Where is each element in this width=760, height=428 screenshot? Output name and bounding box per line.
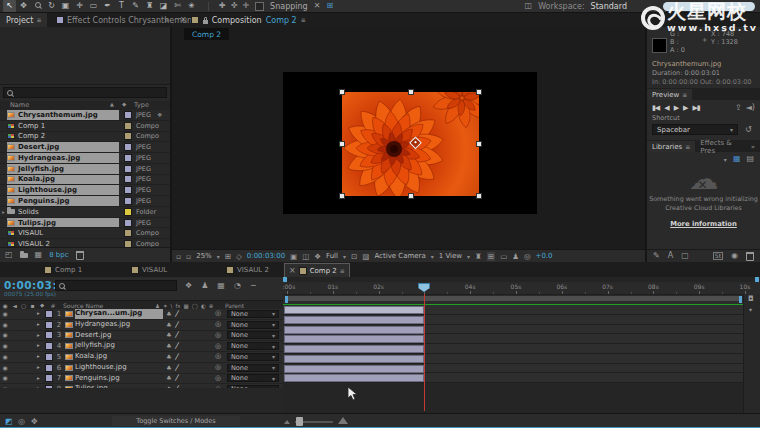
video-column-icon[interactable]: ◉	[0, 303, 10, 309]
shy-row-icon[interactable]: ♣	[163, 322, 175, 328]
pixel-aspect-icon[interactable]: ♜	[475, 252, 482, 261]
quality-icon[interactable]: /	[175, 342, 215, 350]
graph-editor-icon[interactable]: ∼	[250, 281, 257, 290]
chevron-down-icon[interactable]: ▾	[343, 253, 346, 260]
label-color-swatch[interactable]	[124, 154, 132, 162]
expander-icon[interactable]: ▸	[37, 311, 45, 317]
new-composition-icon[interactable]: ▦	[35, 251, 43, 259]
label-color-swatch[interactable]	[45, 321, 53, 329]
last-frame-button[interactable]: ▶▮	[692, 104, 699, 112]
character-style-icon[interactable]: A	[668, 252, 673, 260]
project-item-name-cell[interactable]: Chrysanthemum.jpg	[7, 110, 119, 120]
flowchart-icon[interactable]: ♟	[512, 252, 519, 261]
layer-duration-bar[interactable]	[284, 316, 424, 324]
list-view-icon[interactable]: ▤	[746, 155, 754, 163]
resolution-select[interactable]: Full	[326, 252, 338, 260]
interpret-footage-icon[interactable]: ◰	[5, 251, 13, 259]
timeline-tab-comp-1[interactable]: Comp 1	[40, 263, 86, 276]
trash-icon[interactable]	[746, 252, 754, 261]
work-area-start-handle[interactable]	[285, 296, 288, 303]
tab-preview[interactable]: Preview ≡	[647, 89, 692, 100]
selection-handle[interactable]	[476, 141, 482, 147]
frame-blending-toggle-icon[interactable]: ▦	[217, 281, 225, 290]
expander-icon[interactable]: ▸	[37, 365, 45, 371]
shape-tool-icon[interactable]: ▭	[87, 0, 100, 12]
pick-whip-icon[interactable]: ◎	[215, 332, 227, 339]
parent-select[interactable]: None▾	[227, 331, 279, 339]
selection-handle[interactable]	[476, 89, 482, 95]
label-color-swatch[interactable]	[45, 310, 53, 318]
selection-handle[interactable]	[408, 193, 414, 199]
eye-icon[interactable]: ◉	[0, 311, 10, 317]
label-color-swatch[interactable]	[124, 186, 132, 194]
label-color-swatch[interactable]	[45, 364, 53, 372]
motion-blur-column-icon[interactable]: ◯	[192, 303, 198, 309]
shy-row-icon[interactable]: ♣	[163, 332, 175, 338]
label-column-icon[interactable]: ◆	[37, 303, 47, 309]
project-item-name-cell[interactable]: Comp 2	[7, 132, 119, 142]
snapping-checkbox[interactable]	[255, 2, 264, 11]
label-color-swatch[interactable]	[124, 219, 132, 227]
parent-column-label[interactable]: Parent	[217, 302, 244, 309]
layer-name[interactable]: Lighthouse.jpg	[75, 363, 163, 373]
selection-handle[interactable]	[408, 89, 414, 95]
close-icon[interactable]: ×	[180, 16, 187, 24]
panel-menu-icon[interactable]: ≡	[301, 17, 306, 23]
fast-previews-icon[interactable]: ⊞	[487, 252, 495, 261]
project-item-name-cell[interactable]: Lighthouse.jpg	[7, 185, 119, 195]
brush-tool-icon[interactable]: ✎	[129, 0, 142, 12]
project-item-name-cell[interactable]: Tulips.jpg	[7, 218, 119, 228]
timeline-tab-visaul-2[interactable]: VISAUL 2	[222, 263, 273, 276]
collapse-column-icon[interactable]: ✦	[163, 303, 168, 309]
audio-column-icon[interactable]: ◄	[10, 303, 19, 309]
snap-options-icon[interactable]: ✕	[314, 2, 321, 10]
clone-stamp-tool-icon[interactable]: ♜	[143, 0, 156, 12]
color-wheel-icon[interactable]: ◉	[731, 252, 738, 260]
eye-icon[interactable]: ◉	[0, 322, 10, 328]
layer-duration-bar[interactable]	[284, 306, 424, 314]
quality-icon[interactable]: /	[175, 331, 215, 339]
comp-mini-flowchart-icon[interactable]: ❖	[185, 281, 192, 290]
first-frame-button[interactable]: ▮◀	[652, 104, 659, 112]
type-tool-icon[interactable]: T	[115, 0, 128, 12]
project-row[interactable]: Hydrangeas.jpgJPEG	[0, 153, 170, 164]
selection-handle[interactable]	[476, 193, 482, 199]
label-color-swatch[interactable]	[124, 229, 132, 237]
show-snapshot-icon[interactable]: ◫	[302, 252, 309, 261]
project-row[interactable]: Chrysanthemum.jpgJPEG❖	[0, 110, 170, 121]
exposure-value[interactable]: +0.0	[536, 252, 553, 260]
expander-icon[interactable]: ▸	[0, 208, 7, 215]
pick-whip-icon[interactable]: ◎	[215, 353, 227, 360]
zoom-in-icon[interactable]	[338, 417, 348, 424]
shy-row-icon[interactable]: ♣	[163, 375, 175, 381]
selection-tool-icon[interactable]: ↖	[3, 0, 16, 12]
bit-depth-button[interactable]: 8 bpc	[49, 251, 68, 259]
timeline-zoom-handle[interactable]	[296, 417, 303, 426]
rotation-tool-icon[interactable]: ↻	[45, 0, 58, 12]
timeline-layer-row[interactable]: ◉▸2Hydrangeas.jpg♣/◎None▾	[0, 320, 283, 331]
parent-select[interactable]: None▾	[227, 374, 279, 382]
eraser-tool-icon[interactable]: ◪	[157, 0, 170, 12]
eye-icon[interactable]: ◉	[0, 343, 10, 349]
panel-overflow-button[interactable]: »	[158, 13, 175, 27]
motion-blur-toggle-icon[interactable]: ◔	[234, 281, 241, 290]
project-item-name-cell[interactable]: Hydrangeas.jpg	[7, 153, 119, 163]
transparency-grid-icon[interactable]: ▨	[362, 252, 369, 261]
project-row[interactable]: ▸SolidsFolder	[0, 207, 170, 218]
selection-handle[interactable]	[339, 89, 345, 95]
work-area-end-handle[interactable]	[739, 296, 742, 303]
work-area-bar[interactable]	[284, 295, 743, 302]
label-color-swatch[interactable]	[124, 111, 132, 119]
project-row[interactable]: Desert.jpgJPEG	[0, 142, 170, 153]
motion-blur-icon[interactable]: ✥	[31, 418, 38, 426]
quality-icon[interactable]: /	[175, 374, 215, 382]
layer-duration-bar[interactable]	[284, 335, 424, 343]
mask-visibility-icon[interactable]: ◇	[236, 252, 242, 261]
eye-icon[interactable]: ◉	[0, 365, 10, 371]
quality-icon[interactable]: /	[175, 353, 215, 361]
reset-icon[interactable]: ↺	[745, 126, 752, 134]
shy-row-icon[interactable]: ♣	[163, 311, 175, 317]
expander-icon[interactable]: ▸	[37, 376, 45, 382]
tab-composition[interactable]: × Composition Comp 2 ≡	[174, 13, 312, 27]
timeline-tab-comp-2[interactable]: ×Comp 2≡	[284, 263, 350, 278]
